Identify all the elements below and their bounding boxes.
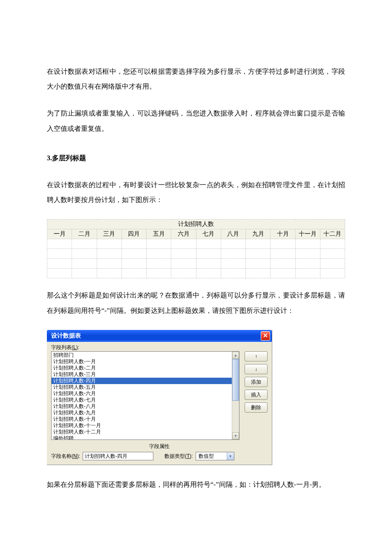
list-item[interactable]: 计划招聘人数-七月 <box>52 397 232 403</box>
table-cell <box>246 269 271 278</box>
table-cell <box>221 239 245 249</box>
scroll-track[interactable] <box>232 359 239 432</box>
table-cell <box>295 249 320 259</box>
list-item[interactable]: 招聘部门 <box>52 352 232 358</box>
table-cell <box>320 239 345 249</box>
move-down-button[interactable]: ↓ <box>245 364 268 374</box>
table-cell <box>121 249 146 259</box>
list-item[interactable]: 计划招聘人数-八月 <box>52 403 232 410</box>
table-cell <box>147 259 171 269</box>
table-cell <box>47 259 72 269</box>
field-name-label: 字段名称(N): <box>51 453 80 459</box>
list-item[interactable]: 计划招聘人数-六月 <box>52 390 232 397</box>
table-cell <box>246 239 271 249</box>
list-item[interactable]: 计划招聘人数-四月 <box>52 378 232 384</box>
close-button[interactable]: ✕ <box>261 331 270 341</box>
table-cell <box>196 269 221 278</box>
table-cell <box>221 269 245 278</box>
table-cell <box>97 259 121 269</box>
month-header: 七月 <box>196 229 221 239</box>
dialog-titlebar[interactable]: 设计数据表 ✕ <box>47 330 272 342</box>
table-cell <box>271 259 295 269</box>
table-cell <box>97 269 121 278</box>
table-cell <box>47 269 72 278</box>
table-cell <box>295 269 320 278</box>
table-cell <box>171 259 196 269</box>
table-cell <box>221 249 245 259</box>
table-cell <box>121 269 146 278</box>
month-header: 九月 <box>246 229 271 239</box>
delete-button[interactable]: 删除 <box>245 402 268 413</box>
design-table-dialog: 设计数据表 ✕ 字段列表(L): 招聘部门计划招聘人数-一月计划招聘人数-二月计… <box>47 330 272 465</box>
table-cell <box>271 269 295 278</box>
scroll-down-icon[interactable]: ▼ <box>232 432 239 439</box>
table-cell <box>295 239 320 249</box>
list-item[interactable]: 计划招聘人数-十月 <box>52 416 232 422</box>
data-type-value: 数值型 <box>196 453 227 459</box>
month-header: 一月 <box>47 229 72 239</box>
field-list-label: 字段列表(L): <box>51 344 268 350</box>
table-cell <box>246 249 271 259</box>
example-table: 计划招聘人数 一月二月三月四月五月六月七月八月九月十月十一月十二月 <box>47 219 345 278</box>
month-header: 六月 <box>171 229 196 239</box>
paragraph: 在设计数据表对话框中，您还可以根据需要选择字段为多行显示，方便字符过多时进行浏览… <box>47 64 345 94</box>
dialog-title: 设计数据表 <box>51 332 261 339</box>
month-header: 四月 <box>121 229 146 239</box>
table-cell <box>196 259 221 269</box>
scroll-up-icon[interactable]: ▲ <box>232 352 239 359</box>
table-cell <box>72 269 97 278</box>
list-item[interactable]: 计划招聘人数-十一月 <box>52 422 232 429</box>
month-header: 十一月 <box>295 229 320 239</box>
table-cell <box>320 249 345 259</box>
move-up-button[interactable]: ↑ <box>245 351 268 361</box>
month-header: 十月 <box>271 229 295 239</box>
list-item[interactable]: 计划招聘人数-九月 <box>52 410 232 416</box>
table-cell <box>221 259 245 269</box>
list-item[interactable]: 计划招聘人数-一月 <box>52 358 232 365</box>
table-cell <box>171 269 196 278</box>
months-row: 一月二月三月四月五月六月七月八月九月十月十一月十二月 <box>47 229 345 239</box>
table-cell <box>196 249 221 259</box>
table-cell <box>196 239 221 249</box>
paragraph: 那么这个列标题是如何设计出来的呢？在数据通中，列标题可以分多行显示，要设计多层标… <box>47 288 345 318</box>
table-row <box>47 259 345 269</box>
month-header: 八月 <box>221 229 245 239</box>
table-cell <box>171 249 196 259</box>
add-button[interactable]: 添加 <box>245 377 268 387</box>
scrollbar[interactable]: ▲ ▼ <box>232 352 239 439</box>
table-cell <box>121 259 146 269</box>
table-cell <box>246 259 271 269</box>
month-header: 十二月 <box>320 229 345 239</box>
table-cell <box>72 259 97 269</box>
paragraph: 为了防止漏填或者重复输入，可以选择键码，当您进入数据录入时，程序就会弹出窗口提示… <box>47 106 345 136</box>
table-cell <box>72 239 97 249</box>
field-listbox[interactable]: 招聘部门计划招聘人数-一月计划招聘人数-二月计划招聘人数-三月计划招聘人数-四月… <box>51 351 239 440</box>
list-item[interactable]: 计划招聘人数-五月 <box>52 384 232 390</box>
list-item[interactable]: 计划招聘人数-三月 <box>52 371 232 378</box>
table-cell <box>72 249 97 259</box>
field-properties-title: 字段属性 <box>51 440 268 452</box>
data-type-select[interactable]: 数值型 ▼ <box>196 452 234 460</box>
table-top-header: 计划招聘人数 <box>47 220 345 229</box>
section-heading: 3.多层列标题 <box>47 150 345 165</box>
month-header: 五月 <box>147 229 171 239</box>
table-cell <box>271 249 295 259</box>
close-icon: ✕ <box>263 332 268 339</box>
table-cell <box>320 259 345 269</box>
month-header: 三月 <box>97 229 121 239</box>
scroll-thumb[interactable] <box>232 359 239 401</box>
table-cell <box>47 249 72 259</box>
list-item[interactable]: 计划招聘人数-二月 <box>52 365 232 371</box>
table-cell <box>147 269 171 278</box>
table-row <box>47 249 345 259</box>
list-item[interactable]: 编外招聘 <box>52 435 232 439</box>
list-item[interactable]: 计划招聘人数-十二月 <box>52 429 232 435</box>
month-header: 二月 <box>72 229 97 239</box>
table-cell <box>295 259 320 269</box>
table-cell <box>320 269 345 278</box>
table-cell <box>97 249 121 259</box>
field-name-input[interactable] <box>83 452 153 460</box>
table-cell <box>147 239 171 249</box>
table-cell <box>171 239 196 249</box>
insert-button[interactable]: 插入 <box>245 390 268 400</box>
